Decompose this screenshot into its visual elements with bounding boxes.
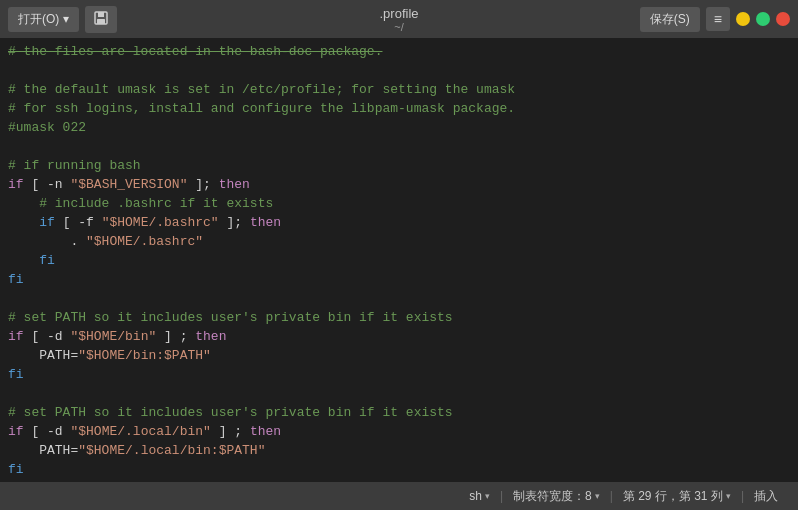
code-line: fi bbox=[8, 460, 798, 479]
position-label: 第 29 行，第 31 列 bbox=[623, 488, 723, 505]
code-line: # the default umask is set in /etc/profi… bbox=[8, 80, 798, 99]
svg-rect-2 bbox=[97, 19, 105, 24]
indent-label: 制表符宽度：8 bbox=[513, 488, 592, 505]
code-line: . "$HOME/.bashrc" bbox=[8, 232, 798, 251]
code-line: fi bbox=[8, 365, 798, 384]
close-button[interactable] bbox=[776, 12, 790, 26]
code-line bbox=[8, 384, 798, 403]
pos-arrow: ▾ bbox=[726, 491, 731, 501]
code-content: # the files are located in the bash-doc … bbox=[8, 42, 798, 482]
titlebar: 打开(O) ▾ .profile ~/ 保存(S) ≡ bbox=[0, 0, 798, 38]
code-line: fi bbox=[8, 270, 798, 289]
code-line bbox=[8, 61, 798, 80]
mode-indicator: 插入 bbox=[744, 488, 788, 505]
save-button[interactable]: 保存(S) bbox=[640, 7, 700, 32]
lang-arrow: ▾ bbox=[485, 491, 490, 501]
code-line: # set PATH so it includes user's private… bbox=[8, 403, 798, 422]
code-line: PATH="$HOME/.local/bin:$PATH" bbox=[8, 441, 798, 460]
code-line: # set PATH so it includes user's private… bbox=[8, 308, 798, 327]
code-line bbox=[8, 137, 798, 156]
editor-area[interactable]: # the files are located in the bash-doc … bbox=[0, 38, 798, 482]
file-path: ~/ bbox=[379, 21, 418, 33]
indent-selector[interactable]: 制表符宽度：8 ▾ bbox=[503, 488, 610, 505]
code-line: fi bbox=[8, 251, 798, 270]
code-line: PATH="$HOME/bin:$PATH" bbox=[8, 346, 798, 365]
code-line bbox=[8, 289, 798, 308]
menu-button[interactable]: ≡ bbox=[706, 7, 730, 31]
position-selector[interactable]: 第 29 行，第 31 列 ▾ bbox=[613, 488, 741, 505]
language-selector[interactable]: sh ▾ bbox=[459, 489, 500, 503]
mode-label: 插入 bbox=[754, 488, 778, 505]
minimize-button[interactable] bbox=[736, 12, 750, 26]
titlebar-left: 打开(O) ▾ bbox=[8, 6, 117, 33]
code-line: # include .bashrc if it exists bbox=[8, 194, 798, 213]
code-line: if [ -n "$BASH_VERSION" ]; then bbox=[8, 175, 798, 194]
language-label: sh bbox=[469, 489, 482, 503]
code-line: # the files are located in the bash-doc … bbox=[8, 42, 798, 61]
code-line: # if running bash bbox=[8, 156, 798, 175]
maximize-button[interactable] bbox=[756, 12, 770, 26]
code-line: if [ -f "$HOME/.bashrc" ]; then bbox=[8, 213, 798, 232]
code-line: # for ssh logins, install and configure … bbox=[8, 99, 798, 118]
svg-rect-1 bbox=[98, 12, 104, 17]
save-icon-button[interactable] bbox=[85, 6, 117, 33]
code-line: if [ -d "$HOME/.local/bin" ] ; then bbox=[8, 422, 798, 441]
open-button[interactable]: 打开(O) ▾ bbox=[8, 7, 79, 32]
code-line: if [ -d "$HOME/bin" ] ; then bbox=[8, 327, 798, 346]
titlebar-right: 保存(S) ≡ bbox=[640, 7, 790, 32]
indent-arrow: ▾ bbox=[595, 491, 600, 501]
file-title: .profile bbox=[379, 6, 418, 21]
code-line bbox=[8, 479, 798, 482]
statusbar: sh ▾ | 制表符宽度：8 ▾ | 第 29 行，第 31 列 ▾ | 插入 bbox=[0, 482, 798, 510]
titlebar-center: .profile ~/ bbox=[379, 6, 418, 33]
code-line: #umask 022 bbox=[8, 118, 798, 137]
